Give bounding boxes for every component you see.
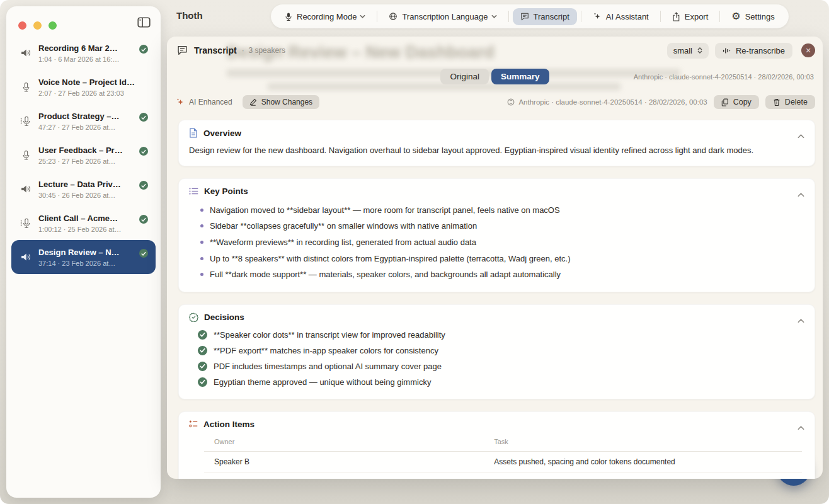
ai-enhanced-badge: AI Enhanced <box>176 98 232 106</box>
recording-title: Recording 6 Mar 2… <box>38 43 139 53</box>
trash-icon <box>773 98 780 106</box>
settings-label: Settings <box>745 12 775 21</box>
speech-bubble-icon <box>177 45 188 55</box>
check-icon <box>198 362 207 371</box>
transcript-button[interactable]: Transcript <box>513 8 577 25</box>
ai-enhanced-label: AI Enhanced <box>189 98 232 106</box>
key-point-text: Up to **8 speakers** with distinct color… <box>210 254 571 264</box>
section-title: Action Items <box>203 420 254 429</box>
transcribed-check-icon <box>139 45 148 54</box>
export-button[interactable]: Export <box>665 8 716 25</box>
decision-item: **PDF export** matches in-app speaker co… <box>189 343 804 358</box>
checklist-icon <box>189 420 198 428</box>
list-item-recording-selected[interactable]: Design Review – N…37:14 · 23 Feb 2026 at… <box>11 240 156 274</box>
transcribed-check-icon <box>139 113 148 122</box>
toolbar-divider <box>508 11 509 22</box>
recording-title: Design Review – N… <box>38 248 139 257</box>
transcription-language-button[interactable]: Transcription Language <box>381 8 504 25</box>
view-tabs-row: Original Summary Anthropic · claude-sonn… <box>167 64 823 91</box>
speaker-count: · 3 speakers <box>242 46 285 55</box>
sparkles-icon <box>176 98 185 106</box>
share-icon <box>672 12 680 21</box>
transcribed-check-icon <box>139 147 148 156</box>
show-changes-label: Show Changes <box>261 98 312 106</box>
retranscribe-button[interactable]: Re-transcribe <box>715 43 792 59</box>
delete-label: Delete <box>785 98 808 106</box>
gear-icon: ⚙ <box>731 11 740 21</box>
model-size-select[interactable]: small <box>667 43 709 59</box>
close-icon[interactable]: ✕ <box>801 43 815 57</box>
collapse-chevron-icon[interactable] <box>798 188 804 200</box>
app-window: Thoth Recording Mode Transcription Langu… <box>0 0 829 504</box>
recording-title: Voice Note – Project Id… <box>38 77 139 87</box>
provider-icon <box>507 98 515 106</box>
list-item-recording[interactable]: Product Strategy –…47:27 · 27 Feb 2026 a… <box>11 104 156 138</box>
transcription-language-label: Transcription Language <box>402 12 488 21</box>
tab-original[interactable]: Original <box>440 69 489 84</box>
ai-enhanced-bar: AI Enhanced Show Changes Anthropic · cla… <box>167 91 823 113</box>
sidebar: Recording 6 Mar 2…1:04 · 6 Mar 2026 at 1… <box>6 6 161 498</box>
collapse-chevron-icon[interactable] <box>798 421 804 433</box>
minimize-window-button[interactable] <box>33 21 42 30</box>
recording-meta: 1:04 · 6 Mar 2026 at 16:… <box>38 55 139 63</box>
speaker-count-value: 3 speakers <box>248 46 285 55</box>
copy-button[interactable]: Copy <box>714 95 759 109</box>
collapse-chevron-icon[interactable] <box>798 314 804 326</box>
bullet-icon <box>200 209 203 212</box>
close-window-button[interactable] <box>18 21 26 30</box>
key-points-card: Key Points Navigation moved to **sidebar… <box>178 178 815 292</box>
zoom-window-button[interactable] <box>49 21 57 30</box>
transcribed-check-icon <box>139 215 148 224</box>
overview-body: Design review for the new dashboard. Nav… <box>189 145 804 157</box>
transcript-panel-header: Transcript · 3 speakers small Re-transcr… <box>167 37 823 64</box>
sidebar-toggle-icon[interactable] <box>136 16 152 32</box>
show-changes-button[interactable]: Show Changes <box>243 95 319 109</box>
key-point-text: **Waveform previews** in recording list,… <box>210 238 476 248</box>
action-items-table: Owner Task Speaker B Assets pushed, spac… <box>204 435 802 479</box>
check-icon <box>198 377 207 387</box>
decision-text: **Speaker color dots** in transcript vie… <box>214 330 445 340</box>
retranscribe-label: Re-transcribe <box>736 46 785 55</box>
toolbar-divider <box>719 11 720 22</box>
decision-item: Egyptian theme approved — unique without… <box>189 374 804 390</box>
transcript-label: Transcript <box>534 12 569 21</box>
toolbar-divider <box>377 11 377 22</box>
decision-text: **PDF export** matches in-app speaker co… <box>214 346 438 355</box>
list-item-recording[interactable]: Client Call – Acme…1:00:12 · 25 Feb 2026… <box>11 206 156 240</box>
list-item-recording[interactable]: Lecture – Data Priv…30:45 · 26 Feb 2026 … <box>11 172 156 206</box>
owner-cell: Speaker B <box>204 457 494 466</box>
recording-title: User Feedback – Pr… <box>38 146 139 155</box>
recording-meta: 2:07 · 27 Feb 2026 at 23:03 <box>38 89 139 97</box>
settings-button[interactable]: ⚙ Settings <box>724 8 782 25</box>
model-meta: Anthropic · claude-sonnet-4-20250514 · 2… <box>634 73 814 81</box>
list-item-recording[interactable]: Voice Note – Project Id…2:07 · 27 Feb 20… <box>11 70 156 104</box>
decision-text: PDF includes timestamps and optional AI … <box>214 362 442 371</box>
recording-meta: 47:27 · 27 Feb 2026 at… <box>38 123 139 131</box>
table-row: Engineering Implement in next build <box>204 472 802 479</box>
ai-assistant-button[interactable]: AI Assistant <box>585 8 656 25</box>
key-point-text: Navigation moved to **sidebar layout** —… <box>210 205 560 215</box>
recording-mode-button[interactable]: Recording Mode <box>277 8 373 25</box>
list-icon <box>189 187 198 195</box>
model-size-value: small <box>673 46 692 55</box>
export-label: Export <box>685 12 709 21</box>
chevron-down-icon <box>491 14 497 18</box>
list-item-recording[interactable]: User Feedback – Pr…25:23 · 27 Feb 2026 a… <box>11 138 156 172</box>
decisions-card: Decisions **Speaker color dots** in tran… <box>178 304 815 399</box>
delete-button[interactable]: Delete <box>765 95 815 109</box>
tab-summary[interactable]: Summary <box>491 69 549 84</box>
list-item-recording[interactable]: Recording 6 Mar 2…1:04 · 6 Mar 2026 at 1… <box>11 36 156 70</box>
collapse-chevron-icon[interactable] <box>798 130 804 141</box>
column-header-owner: Owner <box>204 438 494 445</box>
check-icon <box>198 330 207 340</box>
enhanced-model-meta-text: Anthropic · claude-sonnet-4-20250514 · 2… <box>518 98 707 106</box>
summary-content: Overview Design review for the new dashb… <box>167 113 823 479</box>
mic-icon <box>285 12 292 21</box>
recording-title: Client Call – Acme… <box>38 214 139 223</box>
clipboard-icon <box>721 98 729 106</box>
mic-dots-icon <box>18 116 34 127</box>
bullet-icon <box>200 241 203 244</box>
enhanced-model-meta: Anthropic · claude-sonnet-4-20250514 · 2… <box>507 98 707 106</box>
document-icon <box>189 128 198 138</box>
key-point-text: Sidebar **collapses gracefully** on smal… <box>210 221 477 231</box>
